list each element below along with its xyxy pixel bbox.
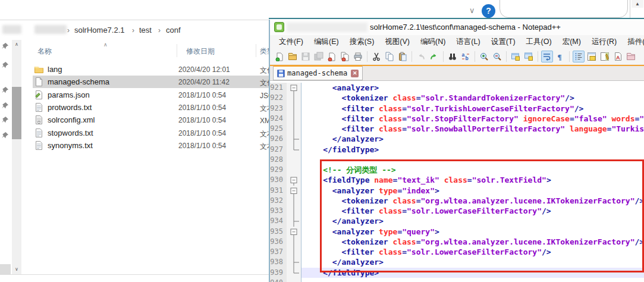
close-icon[interactable] <box>326 51 338 62</box>
fold-margin-collapse-icon[interactable] <box>287 186 301 196</box>
code-line-937[interactable]: 937<filter class="solr.LowerCaseFilterFa… <box>270 247 644 257</box>
save-icon[interactable] <box>300 51 312 62</box>
line-number: 923 <box>270 104 287 114</box>
code-line-929[interactable]: 929<!-- 分词类型 --> <box>270 165 644 175</box>
paste-icon[interactable] <box>397 51 409 62</box>
save-all-icon[interactable] <box>313 51 325 62</box>
function-list-icon[interactable] <box>586 51 598 62</box>
sync-vertical-icon[interactable] <box>510 51 522 62</box>
code-line-927[interactable]: 927</fieldType> <box>270 145 644 155</box>
new-file-icon[interactable] <box>274 51 285 62</box>
file-file-icon <box>34 77 44 87</box>
nav-scrollbar-thumb[interactable] <box>12 87 21 139</box>
code-line-940[interactable]: 940 <box>270 278 644 282</box>
help-button[interactable]: ? <box>482 4 495 18</box>
menu-文件F[interactable]: 文件(F) <box>274 36 309 48</box>
fold-margin-collapse-icon[interactable] <box>287 227 301 237</box>
code-line-931[interactable]: 931<analyzer type="index"> <box>270 186 644 196</box>
tab-managed-schema[interactable]: managed-schema ✕ <box>273 65 363 80</box>
code-line-930[interactable]: 930<fieldType name="text_ik" class="solr… <box>270 175 644 185</box>
undo-icon[interactable] <box>415 51 427 62</box>
code-line-923[interactable]: 923<filter class="solr.TurkishLowerCaseF… <box>270 104 644 114</box>
file-name: protwords.txt <box>48 103 92 112</box>
code-text: </analyzer> <box>301 216 644 226</box>
background-input-fragment <box>500 0 628 18</box>
code-line-939[interactable]: 939</fieldType> <box>270 268 644 278</box>
tab-bar: managed-schema ✕ <box>270 65 644 81</box>
fold-margin <box>287 114 301 124</box>
code-line-934[interactable]: 934</analyzer> <box>270 216 644 226</box>
menu-插件P[interactable]: 插件(P) <box>622 36 644 48</box>
code-line-936[interactable]: 936<tokenizer class="org.wltea.analyzer.… <box>270 237 644 247</box>
zoom-in-icon[interactable] <box>478 51 490 62</box>
menu-语言L[interactable]: 语言(L) <box>451 36 485 48</box>
menu-设置T[interactable]: 设置(T) <box>486 36 521 48</box>
indent-guide-icon[interactable] <box>573 51 585 62</box>
code-line-926[interactable]: 926</analyzer> <box>270 134 644 144</box>
menu-搜索S[interactable]: 搜索(S) <box>344 36 380 48</box>
open-icon[interactable] <box>287 51 299 62</box>
fold-margin-collapse-icon[interactable] <box>287 83 301 93</box>
column-header-name[interactable]: 名称 <box>37 46 52 57</box>
fold-margin <box>287 155 301 165</box>
nav-scroll-up-icon[interactable]: ∧ <box>12 40 21 49</box>
menu-编辑E[interactable]: 编辑(E) <box>309 36 344 48</box>
find-icon[interactable] <box>447 51 458 62</box>
menu-运行R[interactable]: 运行(R) <box>586 36 622 48</box>
toolbar-separator <box>538 51 538 62</box>
redo-icon[interactable] <box>428 51 440 62</box>
code-line-933[interactable]: 933<filter class="solr.LowerCaseFilterFa… <box>270 206 644 216</box>
code-line-922[interactable]: 922<tokenizer class="solr.StandardTokeni… <box>270 93 644 103</box>
document-map-icon[interactable] <box>599 51 611 62</box>
file-date: 2018/1/10 0:54 <box>178 116 226 124</box>
code-editor[interactable]: 921<analyzer>922<tokenizer class="solr.S… <box>270 81 644 282</box>
menu-视图V[interactable]: 视图(V) <box>379 36 415 48</box>
cut-icon[interactable] <box>370 51 382 62</box>
zoom-out-icon[interactable] <box>491 51 503 62</box>
notepadpp-window: solrHome7.2.1\test\conf\managed-schema -… <box>269 20 644 282</box>
fold-margin <box>287 134 301 144</box>
menu-宏M[interactable]: 宏(M) <box>557 36 586 48</box>
line-number: 929 <box>270 165 287 175</box>
code-line-925[interactable]: 925<filter class="solr.SnowballPorterFil… <box>270 124 644 134</box>
breadcrumb-segment-solrHome7.2.1[interactable]: solrHome7.2.1 <box>74 25 125 36</box>
code-line-921[interactable]: 921<analyzer> <box>270 83 644 93</box>
pin-icon[interactable] <box>1 61 10 70</box>
code-line-932[interactable]: 932<tokenizer class="org.wltea.analyzer.… <box>270 196 644 206</box>
background-scrollbar-track <box>630 0 630 18</box>
chevron-down-icon[interactable]: ∨ <box>469 6 475 15</box>
code-line-938[interactable]: 938</analyzer> <box>270 257 644 267</box>
toolbar-separator <box>475 51 475 62</box>
menu-编码N[interactable]: 编码(N) <box>415 36 451 48</box>
nav-scrollbar-track[interactable] <box>12 40 21 274</box>
print-icon[interactable] <box>352 51 364 62</box>
menu-工具O[interactable]: 工具(O) <box>521 36 557 48</box>
breadcrumb-segment-test[interactable]: test <box>139 25 152 36</box>
tab-close-icon[interactable]: ✕ <box>351 70 359 77</box>
code-line-924[interactable]: 924<filter class="solr.StopFilterFactory… <box>270 114 644 124</box>
replace-icon[interactable]: ab <box>460 51 472 62</box>
copy-icon[interactable] <box>384 51 395 62</box>
pin-icon[interactable] <box>1 116 10 124</box>
folder-workspace-icon[interactable] <box>625 51 637 62</box>
scroll-up-arrow-icon[interactable]: ▲ <box>632 0 643 8</box>
breadcrumb-segment-conf[interactable]: conf <box>166 25 181 36</box>
fold-margin <box>287 145 301 155</box>
sync-horizontal-icon[interactable] <box>523 51 535 62</box>
code-line-935[interactable]: 935<analyzer type="query"> <box>270 227 644 237</box>
nav-scroll-down-icon[interactable]: ∨ <box>12 265 21 274</box>
pin-icon[interactable] <box>1 102 10 110</box>
pin-icon[interactable] <box>1 131 10 140</box>
pin-icon[interactable] <box>1 86 10 95</box>
fold-margin-collapse-icon[interactable] <box>287 175 301 185</box>
close-all-icon[interactable] <box>339 51 351 62</box>
column-header-date[interactable]: 修改日期 <box>186 46 215 57</box>
pin-icon[interactable] <box>1 42 10 51</box>
toolbar-separator <box>367 51 367 62</box>
code-line-928[interactable]: 928 <box>270 155 644 165</box>
show-all-chars-icon[interactable]: ¶ <box>554 51 566 62</box>
title-bar[interactable]: solrHome7.2.1\test\conf\managed-schema -… <box>270 20 644 35</box>
document-list-icon[interactable]: A <box>612 51 624 62</box>
word-wrap-icon[interactable] <box>541 51 553 62</box>
line-number: 934 <box>270 216 287 226</box>
